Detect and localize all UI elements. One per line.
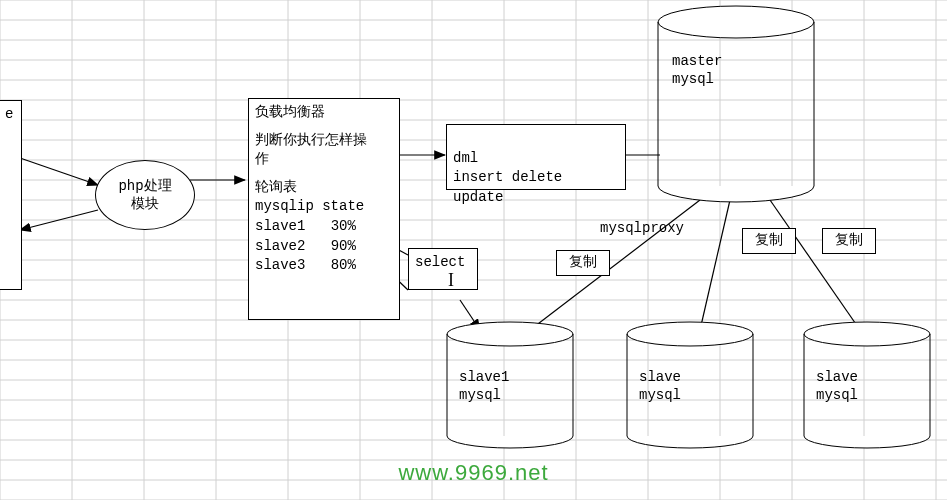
- svg-point-54: [804, 322, 930, 346]
- lb-title: 负载均衡器: [255, 103, 393, 123]
- lb-polling-title: 轮询表: [255, 178, 393, 198]
- select-node: select: [408, 248, 478, 290]
- lb-row: slave3 80%: [255, 256, 393, 276]
- master-db-node: master mysql: [656, 4, 816, 204]
- php-module-node: php处理 模块: [95, 160, 195, 230]
- php-module-label: php处理 模块: [118, 177, 171, 213]
- slave3-db-label: slave mysql: [816, 368, 858, 404]
- slave2-db-node: slave mysql: [625, 320, 755, 450]
- copy-label-3: 复制: [822, 228, 876, 254]
- lb-row: slave2 90%: [255, 237, 393, 257]
- svg-point-53: [627, 322, 753, 346]
- slave1-db-label: slave1 mysql: [459, 368, 509, 404]
- svg-point-52: [447, 322, 573, 346]
- dml-node: dml insert delete update: [446, 124, 626, 190]
- svg-line-49: [700, 200, 730, 330]
- slave1-db-node: slave1 mysql: [445, 320, 575, 450]
- svg-line-40: [20, 158, 98, 185]
- lb-desc: 判断你执行怎样操 作: [255, 131, 393, 170]
- svg-line-50: [770, 200, 860, 330]
- mysqlproxy-label: mysqlproxy: [600, 220, 684, 236]
- lb-table-header: mysqlip state: [255, 197, 393, 217]
- select-label: select: [415, 254, 465, 270]
- master-db-label: master mysql: [672, 52, 722, 88]
- slave2-db-label: slave mysql: [639, 368, 681, 404]
- svg-line-41: [20, 210, 98, 230]
- copy-label-2: 复制: [742, 228, 796, 254]
- lb-row: slave1 30%: [255, 217, 393, 237]
- left-fragment-text: e: [5, 106, 13, 122]
- load-balancer-node: 负载均衡器 判断你执行怎样操 作 轮询表 mysqlip state slave…: [248, 98, 400, 320]
- copy-label-1: 复制: [556, 250, 610, 276]
- slave3-db-node: slave mysql: [802, 320, 932, 450]
- left-fragment-box: e: [0, 100, 22, 290]
- svg-point-51: [658, 6, 814, 38]
- watermark-text: www.9969.net: [0, 460, 947, 486]
- text-cursor-icon: I: [448, 270, 454, 291]
